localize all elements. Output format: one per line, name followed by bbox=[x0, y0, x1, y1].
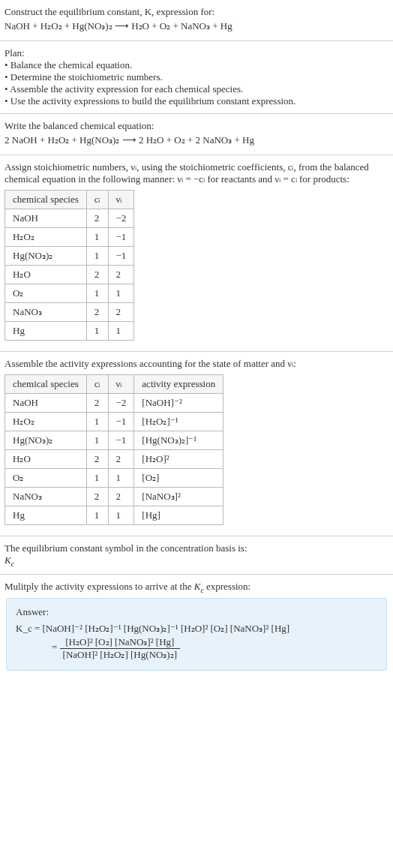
cell: 1 bbox=[86, 247, 108, 266]
cell: 2 bbox=[86, 488, 108, 506]
cell: [Hg] bbox=[134, 506, 224, 525]
balanced-heading: Write the balanced chemical equation: bbox=[4, 120, 388, 132]
plan-item-text: Use the activity expressions to build th… bbox=[10, 95, 296, 107]
kc-symbol-line: The equilibrium constant symbol in the c… bbox=[4, 542, 388, 554]
cell: −2 bbox=[108, 209, 134, 228]
plan-heading: Plan: bbox=[4, 47, 388, 59]
col-nui: νᵢ bbox=[108, 191, 134, 209]
cell: H₂O₂ bbox=[5, 228, 87, 247]
intro-line: Construct the equilibrium constant, K, e… bbox=[4, 6, 388, 18]
cell: NaNO₃ bbox=[5, 488, 87, 506]
cell: Hg bbox=[5, 322, 87, 341]
table-row: NaOH2−2[NaOH]⁻² bbox=[5, 394, 224, 413]
cell: 2 bbox=[86, 303, 108, 322]
table-row: H₂O₂1−1 bbox=[5, 228, 134, 247]
cell: 1 bbox=[86, 228, 108, 247]
cell: Hg(NO₃)₂ bbox=[5, 247, 87, 266]
cell: 2 bbox=[108, 488, 134, 506]
cell: 2 bbox=[86, 394, 108, 413]
cell: 1 bbox=[86, 413, 108, 431]
cell: −1 bbox=[108, 228, 134, 247]
cell: [H₂O]² bbox=[134, 450, 224, 469]
kc-expression-line1: K_c = [NaOH]⁻² [H₂O₂]⁻¹ [Hg(NO₃)₂]⁻¹ [H₂… bbox=[16, 623, 377, 635]
col-nui: νᵢ bbox=[108, 375, 134, 394]
cell: −1 bbox=[108, 431, 134, 450]
cell: O₂ bbox=[5, 284, 87, 303]
kc-denominator: [NaOH]² [H₂O₂] [Hg(NO₃)₂] bbox=[60, 649, 180, 661]
cell: [O₂] bbox=[134, 469, 224, 488]
table-row: O₂11[O₂] bbox=[5, 469, 224, 488]
cell: 2 bbox=[108, 450, 134, 469]
stoich-text: Assign stoichiometric numbers, νᵢ, using… bbox=[4, 161, 388, 185]
cell: 1 bbox=[108, 506, 134, 525]
table-row: Hg(NO₃)₂1−1[Hg(NO₃)₂]⁻¹ bbox=[5, 431, 224, 450]
table-row: H₂O22 bbox=[5, 266, 134, 284]
kc-fraction: [H₂O]² [O₂] [NaNO₃]² [Hg] [NaOH]² [H₂O₂]… bbox=[60, 636, 180, 661]
cell: −2 bbox=[108, 394, 134, 413]
cell: −1 bbox=[108, 247, 134, 266]
table-row: NaNO₃22 bbox=[5, 303, 134, 322]
plan-item: • Use the activity expressions to build … bbox=[4, 95, 388, 107]
cell: [NaNO₃]² bbox=[134, 488, 224, 506]
cell: NaOH bbox=[5, 209, 87, 228]
stoich-table: chemical species cᵢ νᵢ NaOH2−2 H₂O₂1−1 H… bbox=[4, 190, 134, 341]
assemble-text: Assemble the activity expressions accoun… bbox=[4, 358, 388, 370]
cell: 1 bbox=[86, 284, 108, 303]
cell: [NaOH]⁻² bbox=[134, 394, 224, 413]
plan-section: Plan: • Balance the chemical equation. •… bbox=[0, 41, 393, 114]
cell: −1 bbox=[108, 413, 134, 431]
cell: 1 bbox=[86, 322, 108, 341]
plan-item-text: Assemble the activity expression for eac… bbox=[10, 83, 243, 95]
table-row: Hg(NO₃)₂1−1 bbox=[5, 247, 134, 266]
table-row: NaOH2−2 bbox=[5, 209, 134, 228]
table-header-row: chemical species cᵢ νᵢ bbox=[5, 191, 134, 209]
balanced-equation: 2 NaOH + H₂O₂ + Hg(NO₃)₂ ⟶ 2 H₂O + O₂ + … bbox=[4, 134, 388, 146]
cell: H₂O bbox=[5, 266, 87, 284]
cell: 2 bbox=[108, 266, 134, 284]
cell: 2 bbox=[108, 303, 134, 322]
multiply-text: Mulitply the activity expressions to arr… bbox=[4, 581, 388, 594]
kc-numerator: [H₂O]² [O₂] [NaNO₃]² [Hg] bbox=[60, 636, 180, 649]
intro-text: Construct the equilibrium constant, K, e… bbox=[4, 6, 214, 17]
table-row: Hg11[Hg] bbox=[5, 506, 224, 525]
cell: H₂O₂ bbox=[5, 413, 87, 431]
col-species: chemical species bbox=[5, 375, 87, 394]
col-activity: activity expression bbox=[134, 375, 224, 394]
plan-item-text: Balance the chemical equation. bbox=[10, 59, 132, 71]
plan-item: • Assemble the activity expression for e… bbox=[4, 83, 388, 95]
unbalanced-equation: NaOH + H₂O₂ + Hg(NO₃)₂ ⟶ H₂O + O₂ + NaNO… bbox=[4, 20, 388, 32]
cell: 2 bbox=[86, 209, 108, 228]
activity-section: Assemble the activity expressions accoun… bbox=[0, 352, 393, 536]
cell: Hg(NO₃)₂ bbox=[5, 431, 87, 450]
cell: [H₂O₂]⁻¹ bbox=[134, 413, 224, 431]
cell: Hg bbox=[5, 506, 87, 525]
cell: 2 bbox=[86, 266, 108, 284]
balanced-section: Write the balanced chemical equation: 2 … bbox=[0, 114, 393, 155]
cell: H₂O bbox=[5, 450, 87, 469]
table-row: H₂O22[H₂O]² bbox=[5, 450, 224, 469]
intro-section: Construct the equilibrium constant, K, e… bbox=[0, 0, 393, 41]
kc-symbol: Kc bbox=[4, 554, 388, 568]
table-header-row: chemical species cᵢ νᵢ activity expressi… bbox=[5, 375, 224, 394]
col-ci: cᵢ bbox=[86, 375, 108, 394]
col-ci: cᵢ bbox=[86, 191, 108, 209]
cell: O₂ bbox=[5, 469, 87, 488]
eq-sign: = bbox=[52, 642, 60, 653]
answer-box: Answer: K_c = [NaOH]⁻² [H₂O₂]⁻¹ [Hg(NO₃)… bbox=[6, 598, 387, 671]
table-row: H₂O₂1−1[H₂O₂]⁻¹ bbox=[5, 413, 224, 431]
cell: NaNO₃ bbox=[5, 303, 87, 322]
cell: 1 bbox=[108, 322, 134, 341]
table-row: O₂11 bbox=[5, 284, 134, 303]
multiply-section: Mulitply the activity expressions to arr… bbox=[0, 575, 393, 685]
kc-symbol-section: The equilibrium constant symbol in the c… bbox=[0, 536, 393, 575]
cell: 1 bbox=[86, 431, 108, 450]
table-row: NaNO₃22[NaNO₃]² bbox=[5, 488, 224, 506]
kc-expression-line2: = [H₂O]² [O₂] [NaNO₃]² [Hg] [NaOH]² [H₂O… bbox=[52, 636, 377, 661]
cell: [Hg(NO₃)₂]⁻¹ bbox=[134, 431, 224, 450]
cell: 1 bbox=[86, 506, 108, 525]
table-row: Hg11 bbox=[5, 322, 134, 341]
cell: 1 bbox=[108, 469, 134, 488]
cell: 1 bbox=[86, 469, 108, 488]
answer-label: Answer: bbox=[16, 606, 377, 618]
plan-item-text: Determine the stoichiometric numbers. bbox=[10, 71, 163, 83]
